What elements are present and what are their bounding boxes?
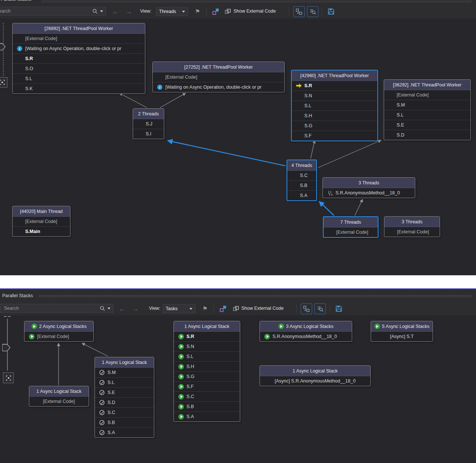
stack-frame-row[interactable]: S.N <box>174 341 240 351</box>
view-toggle-button[interactable] <box>219 305 228 313</box>
forward-button[interactable] <box>124 7 133 16</box>
node-header[interactable]: 3 Threads <box>384 217 440 227</box>
async-stack-node[interactable]: 1 Async Logical Stack [Async] S.R.Anonym… <box>260 365 371 386</box>
stack-frame-row[interactable]: S.J <box>133 119 164 129</box>
stack-frame-row[interactable]: S.M <box>95 368 154 377</box>
stack-frame-row[interactable]: [External Code] <box>13 217 70 226</box>
stack-frame-row[interactable]: S.A <box>174 411 240 421</box>
node-header[interactable]: [36292] .NET ThreadPool Worker <box>384 80 470 90</box>
async-stack-node[interactable]: 1 Async Logical Stack [External Code] <box>29 386 89 407</box>
node-header[interactable]: 5 Async Logical Stacks <box>371 321 433 332</box>
stack-frame-row[interactable]: S.C <box>174 391 240 401</box>
stack-frame-row[interactable]: S.D <box>95 397 154 407</box>
stack-frame-row[interactable]: [External Code] <box>29 397 89 406</box>
stack-frame-row[interactable]: S.L <box>384 110 470 120</box>
stack-frame-row[interactable]: [External Code] <box>153 72 284 82</box>
search-options-caret-icon[interactable] <box>100 10 103 12</box>
show-external-code-button[interactable] <box>232 305 239 312</box>
stack-frame-row[interactable]: S.L <box>174 351 240 361</box>
stack-frame-row[interactable]: S.F <box>174 381 240 391</box>
stack-frame-row[interactable]: [External Code] <box>384 90 470 100</box>
scroll-to-current-frame-button[interactable] <box>307 6 318 17</box>
stack-frame-row[interactable]: S.C <box>95 407 154 417</box>
stack-frame-row[interactable]: S.K <box>13 83 145 93</box>
stack-frame-row[interactable]: S.I <box>133 129 164 139</box>
back-button[interactable] <box>117 304 127 313</box>
node-header[interactable]: 1 Async Logical Stack <box>174 321 240 332</box>
async-stack-node[interactable]: 5 Async Logical Stacks [Async] S.T <box>371 321 433 342</box>
stack-frame-row[interactable]: S.R.AnonymousMethod__18_0 <box>260 332 352 341</box>
node-header[interactable]: 1 Async Logical Stack <box>95 357 154 368</box>
node-header[interactable]: [26892] .NET ThreadPool Worker <box>13 23 145 34</box>
stack-frame-row[interactable]: S.N <box>292 91 377 101</box>
node-header[interactable]: 2 Async Logical Stacks <box>24 321 93 332</box>
view-dropdown[interactable]: Tasks <box>163 304 195 313</box>
save-button[interactable] <box>335 305 343 313</box>
show-flagged-button[interactable] <box>194 7 201 16</box>
node-header[interactable]: [27252] .NET ThreadPool Worker <box>153 62 284 72</box>
thread-stack-node[interactable]: [36292] .NET ThreadPool Worker [External… <box>384 79 471 140</box>
show-external-code-label[interactable]: Show External Code <box>234 9 276 14</box>
thread-group-node[interactable]: 2 Threads S.J S.I <box>133 108 164 139</box>
zoom-fit-button[interactable] <box>3 372 14 383</box>
stack-frame-row[interactable]: S.B <box>287 180 316 190</box>
stack-frame-row[interactable]: S.R <box>174 332 240 341</box>
stack-frame-row[interactable]: S.A <box>95 427 154 437</box>
stack-frame-row[interactable]: S.A <box>287 190 316 200</box>
node-header[interactable]: 4 Threads <box>287 160 316 171</box>
method-view-button[interactable] <box>301 303 312 314</box>
stack-frame-row[interactable]: S.B <box>174 401 240 411</box>
async-stack-node[interactable]: 2 Async Logical Stacks [External Code] <box>24 321 94 342</box>
save-button[interactable] <box>327 7 335 16</box>
node-header[interactable]: [44020] Main Thread <box>13 206 70 217</box>
forward-button[interactable] <box>130 304 140 313</box>
node-header[interactable]: 1 Async Logical Stack <box>29 386 89 397</box>
stack-frame-row[interactable]: S.H <box>174 361 240 371</box>
stack-frame-row[interactable]: S.L <box>13 73 145 83</box>
stack-frame-row[interactable]: S.F <box>292 131 377 141</box>
stack-frame-row[interactable]: [External Code] <box>13 34 145 43</box>
show-flagged-button[interactable] <box>201 305 209 313</box>
stack-frame-row[interactable]: S.L <box>95 377 154 387</box>
stack-frame-row[interactable]: [External Code] <box>324 227 378 237</box>
show-external-code-label[interactable]: Show External Code <box>241 306 284 311</box>
stack-frame-row[interactable]: S.R <box>292 81 377 91</box>
async-stack-node[interactable]: 3 Async Logical Stacks S.R.AnonymousMeth… <box>260 321 352 342</box>
stack-frame-row[interactable]: S.H <box>292 111 377 121</box>
stack-frame-row[interactable]: S.G <box>174 371 240 381</box>
stack-frame-row[interactable]: [Async] S.T <box>371 332 433 341</box>
stack-frame-row[interactable]: S.D <box>384 130 470 140</box>
async-stack-node[interactable]: 1 Async Logical Stack S.M S.L S.E S.D S.… <box>95 357 154 438</box>
node-header[interactable]: 1 Async Logical Stack <box>260 366 370 376</box>
show-external-code-button[interactable] <box>224 8 231 15</box>
async-stack-node[interactable]: 1 Async Logical Stack S.R S.N S.L S.H S.… <box>173 321 240 422</box>
stack-frame-row[interactable]: S.R <box>13 53 145 63</box>
stack-frame-row[interactable]: S.E <box>95 387 154 397</box>
thread-stack-node[interactable]: [26892] .NET ThreadPool Worker [External… <box>12 23 145 94</box>
stack-frame-row[interactable]: S.M <box>384 100 470 110</box>
view-toggle-button[interactable] <box>211 7 220 16</box>
node-header[interactable]: 3 Async Logical Stacks <box>260 321 352 332</box>
search-box[interactable] <box>0 7 106 16</box>
thread-stack-node[interactable]: [27252] .NET ThreadPool Worker [External… <box>152 62 285 92</box>
stack-frame-row[interactable]: S.R.AnonymousMethod__18_0 <box>323 188 415 198</box>
search-options-caret-icon[interactable] <box>108 308 110 309</box>
stack-frame-row[interactable]: S.G <box>292 121 377 131</box>
stack-frame-row[interactable]: S.E <box>384 120 470 130</box>
node-header[interactable]: 3 Threads <box>323 178 415 188</box>
method-view-button[interactable] <box>293 6 305 17</box>
stack-frame-row[interactable]: [Waiting on Async Operation, double-clic… <box>153 82 284 92</box>
thread-stack-node[interactable]: [44020] Main Thread [External Code] S.Ma… <box>12 206 70 237</box>
stack-frame-row[interactable]: [Waiting on Async Operation, double-clic… <box>13 43 145 53</box>
stack-frame-row[interactable]: S.B <box>95 417 154 427</box>
stack-frame-row[interactable]: S.Main <box>13 226 70 236</box>
stack-frame-row[interactable]: S.L <box>292 101 377 111</box>
stack-frame-row[interactable]: [External Code] <box>384 227 440 237</box>
stack-frame-row[interactable]: S.O <box>13 63 145 73</box>
scroll-to-current-frame-button[interactable] <box>314 303 326 314</box>
stack-frame-row[interactable]: S.C <box>287 171 316 180</box>
search-input[interactable] <box>0 8 90 14</box>
node-header[interactable]: 7 Threads <box>324 217 378 227</box>
node-header[interactable]: [42960] .NET ThreadPool Worker <box>292 70 377 81</box>
node-header[interactable]: 2 Threads <box>133 109 164 119</box>
